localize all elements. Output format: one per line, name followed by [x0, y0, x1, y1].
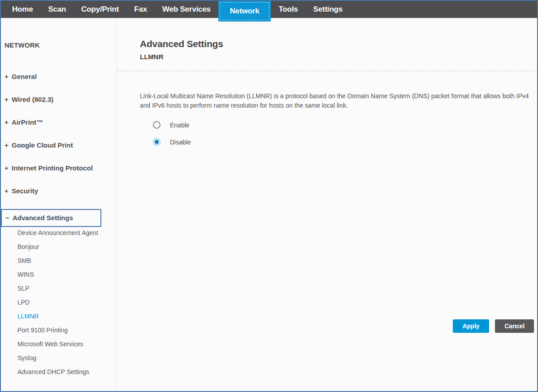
expand-plus-icon: +: [4, 118, 12, 127]
sidebar-subitem-slp[interactable]: SLP: [17, 284, 107, 292]
sidebar-section-list: +General +Wired (802.3) +AirPrint™ +Goog…: [1, 72, 116, 233]
sidebar-subitem-microsoft-web-services[interactable]: Microsoft Web Services: [17, 340, 107, 348]
sidebar-item-label: AirPrint™: [12, 118, 43, 126]
sidebar-subitem-wins[interactable]: WINS: [17, 270, 107, 279]
enable-radio-label: Enable: [170, 122, 190, 129]
tab-fax[interactable]: Fax: [126, 1, 155, 18]
tab-home[interactable]: Home: [4, 1, 40, 18]
llmnr-description: Link-Local Multicast Name Resolution (LL…: [140, 91, 531, 110]
sidebar-item-airprint[interactable]: +AirPrint™: [1, 118, 116, 127]
sidebar-item-internet-printing-protocol[interactable]: +Internet Printing Protocol: [1, 163, 116, 173]
sidebar-item-label: Internet Printing Protocol: [12, 164, 93, 172]
enable-radio[interactable]: Enable: [153, 121, 191, 129]
sidebar-subitem-bonjour[interactable]: Bonjour: [17, 243, 107, 251]
sidebar-item-label: General: [12, 73, 37, 80]
apply-button[interactable]: Apply: [453, 319, 489, 333]
expand-plus-icon: +: [4, 72, 12, 82]
dotted-divider: [117, 70, 537, 71]
page-title: Advanced Settings: [140, 39, 223, 49]
sidebar-subitem-advanced-dhcp-settings[interactable]: Advanced DHCP Settings: [17, 368, 107, 376]
network-sidebar: NETWORK +General +Wired (802.3) +AirPrin…: [1, 18, 117, 391]
sidebar-subitem-device-announcement-agent[interactable]: Device Announcement Agent: [17, 229, 107, 237]
sidebar-item-label: Security: [12, 187, 38, 195]
expand-plus-icon: +: [4, 163, 12, 173]
tab-web-services[interactable]: Web Services: [155, 1, 218, 18]
sidebar-subitem-port-9100-printing[interactable]: Port 9100 Printing: [17, 326, 107, 334]
main-content: Advanced Settings LLMNR Link-Local Multi…: [117, 18, 537, 391]
sidebar-item-label: Wired (802.3): [12, 96, 53, 103]
sidebar-item-google-cloud-print[interactable]: +Google Cloud Print: [1, 140, 116, 150]
advanced-settings-sublist: Device Announcement Agent Bonjour SMB WI…: [1, 229, 116, 382]
tab-settings[interactable]: Settings: [306, 1, 350, 18]
disable-radio[interactable]: Disable: [153, 138, 191, 146]
collapse-minus-icon: −: [5, 213, 13, 223]
cancel-button[interactable]: Cancel: [495, 319, 534, 333]
sidebar-subitem-lpd[interactable]: LPD: [17, 298, 107, 306]
sidebar-title: NETWORK: [4, 41, 40, 49]
tab-copy-print[interactable]: Copy/Print: [74, 1, 126, 18]
tab-scan[interactable]: Scan: [40, 1, 74, 18]
top-navigation: Home Scan Copy/Print Fax Web Services Ne…: [1, 1, 537, 18]
llmnr-radio-group: Enable Disable: [153, 121, 191, 155]
expand-plus-icon: +: [4, 186, 12, 196]
page-subtitle: LLMNR: [140, 53, 164, 61]
expand-plus-icon: +: [4, 95, 12, 105]
sidebar-item-label: Google Cloud Print: [12, 141, 73, 149]
radio-unchecked-icon: [153, 121, 161, 129]
tab-tools[interactable]: Tools: [271, 1, 305, 18]
sidebar-item-wired[interactable]: +Wired (802.3): [1, 95, 116, 105]
expand-plus-icon: +: [4, 140, 12, 150]
sidebar-item-security[interactable]: +Security: [1, 186, 116, 196]
sidebar-subitem-smb[interactable]: SMB: [17, 257, 107, 265]
tab-network[interactable]: Network: [218, 1, 271, 22]
sidebar-subitem-llmnr[interactable]: LLMNR: [17, 312, 107, 320]
sidebar-subitem-syslog[interactable]: Syslog: [17, 354, 107, 362]
disable-radio-label: Disable: [170, 139, 191, 146]
radio-checked-icon: [153, 138, 161, 146]
sidebar-item-general[interactable]: +General: [1, 72, 116, 82]
ews-page: Home Scan Copy/Print Fax Web Services Ne…: [0, 0, 538, 392]
sidebar-item-label: Advanced Settings: [13, 214, 73, 222]
sidebar-item-advanced-settings[interactable]: −Advanced Settings: [1, 209, 101, 227]
